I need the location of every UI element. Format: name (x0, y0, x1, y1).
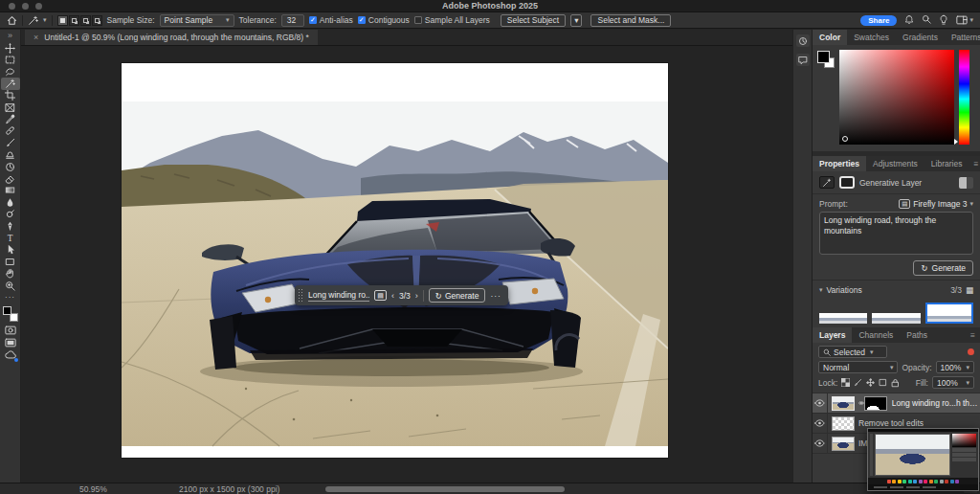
color-cursor[interactable] (842, 136, 848, 142)
workspace-icon[interactable]: ▾ (956, 15, 973, 25)
lightbulb-icon[interactable] (939, 14, 948, 27)
fill-input[interactable]: 100% ▾ (932, 376, 974, 389)
tool-edit-toolbar[interactable]: ··· (1, 291, 20, 303)
tool-history-brush[interactable] (1, 161, 20, 172)
tool-gradient[interactable] (1, 185, 20, 196)
previous-variation-icon[interactable]: ‹ (391, 291, 394, 301)
contextual-task-bar[interactable]: Long winding ro... ▤ ‹ 3/3 › ↻ Generate … (295, 285, 508, 305)
tab-patterns[interactable]: Patterns (945, 30, 980, 45)
tool-type[interactable]: T (1, 232, 20, 243)
tolerance-input[interactable]: 32 (281, 14, 304, 27)
add-selection-mode[interactable] (69, 15, 79, 26)
magic-wand-tool-icon[interactable] (28, 15, 38, 26)
visibility-eye-icon[interactable] (813, 434, 828, 453)
tool-path-selection[interactable] (1, 244, 20, 256)
tab-swatches[interactable]: Swatches (847, 30, 896, 45)
sample-all-layers-checkbox[interactable] (414, 16, 422, 24)
filter-toggle-indicator[interactable] (968, 348, 974, 355)
tab-paths[interactable]: Paths (900, 327, 934, 343)
lock-artboard-icon[interactable] (879, 378, 887, 387)
hue-slider[interactable] (959, 50, 969, 145)
tool-dodge[interactable] (1, 208, 20, 219)
tool-preset-chevron[interactable]: ▾ (43, 16, 47, 24)
tool-crop[interactable] (1, 90, 20, 101)
blend-mode-select[interactable]: Normal ▾ (818, 361, 898, 373)
horizontal-scrollbar[interactable] (325, 486, 565, 492)
new-selection-mode[interactable] (57, 15, 68, 26)
layer-thumbnail[interactable] (832, 416, 855, 431)
more-options-icon[interactable]: ··· (490, 291, 501, 301)
lock-position-icon[interactable] (866, 378, 875, 387)
tab-channels[interactable]: Channels (852, 327, 900, 343)
next-variation-icon[interactable]: › (415, 291, 418, 301)
layer-filter-select[interactable]: Selected ▾ (818, 346, 887, 358)
layer-name[interactable]: Remove tool edits (858, 418, 924, 428)
lock-all-icon[interactable] (891, 378, 900, 388)
zoom-level[interactable]: 50.95% (79, 484, 107, 494)
variation-thumb-2[interactable] (872, 313, 920, 324)
tool-eyedropper[interactable] (1, 113, 20, 124)
tool-frame[interactable] (1, 101, 20, 113)
select-and-mask-button[interactable]: Select and Mask... (590, 14, 671, 27)
layer-mask-badge-icon[interactable] (959, 177, 973, 189)
saturation-brightness-field[interactable] (839, 50, 954, 145)
hue-slider-marker[interactable] (954, 139, 958, 145)
select-subject-chevron[interactable]: ▾ (570, 14, 582, 27)
document-canvas[interactable] (122, 63, 668, 458)
share-button[interactable]: Share (860, 15, 897, 26)
contiguous-checkbox[interactable]: ✓ (358, 16, 366, 24)
tab-libraries[interactable]: Libraries (924, 156, 969, 171)
generate-button[interactable]: ↻ Generate (429, 288, 486, 303)
chevron-down-icon[interactable]: ▾ (819, 286, 823, 294)
panel-menu-icon[interactable]: ≡ (966, 327, 980, 343)
layer-mask-thumbnail[interactable] (864, 396, 887, 411)
collapse-tools-icon[interactable]: » (8, 30, 12, 42)
close-tab-icon[interactable]: × (33, 33, 38, 42)
lock-transparency-icon[interactable] (841, 378, 850, 387)
tool-pen[interactable] (1, 220, 20, 232)
foreground-color-swatch[interactable] (3, 306, 11, 315)
creative-cloud-icon[interactable] (4, 350, 17, 361)
bell-icon[interactable] (904, 14, 914, 27)
screen-mode-icon[interactable] (4, 338, 17, 348)
home-icon[interactable] (7, 15, 17, 26)
tool-lasso[interactable] (1, 66, 20, 78)
tool-hand[interactable] (1, 267, 20, 279)
variation-thumb-3-selected[interactable] (925, 303, 973, 324)
panel-menu-icon[interactable]: ≡ (969, 156, 980, 171)
history-icon[interactable] (796, 34, 810, 47)
subtract-selection-mode[interactable] (80, 15, 91, 26)
comments-icon[interactable] (796, 54, 810, 66)
layer-thumbnail[interactable] (832, 396, 855, 411)
search-icon[interactable] (922, 14, 931, 26)
intersect-selection-mode[interactable] (92, 15, 102, 26)
layer-row-generative[interactable]: Long winding ro...h the mountains (813, 393, 980, 414)
select-subject-button[interactable]: Select Subject (501, 14, 566, 27)
tool-magic-wand[interactable] (1, 78, 20, 89)
tool-rectangle[interactable] (1, 256, 20, 267)
visibility-eye-icon[interactable] (813, 393, 828, 413)
prompt-textarea[interactable]: Long winding road, through the mountains (819, 212, 973, 255)
tool-blur[interactable] (1, 196, 20, 208)
opacity-input[interactable]: 100% ▾ (936, 361, 974, 373)
foreground-color-swatch-panel[interactable] (817, 51, 830, 63)
tab-gradients[interactable]: Gradients (896, 30, 945, 45)
tool-brush[interactable] (1, 137, 20, 148)
visibility-eye-icon[interactable] (813, 414, 828, 433)
tool-clone-stamp[interactable] (1, 149, 20, 161)
tool-spot-healing-brush[interactable] (1, 125, 20, 137)
tab-adjustments[interactable]: Adjustments (866, 156, 924, 171)
variation-thumb-1[interactable] (819, 313, 867, 324)
maximize-window-button[interactable] (35, 3, 42, 10)
tool-move[interactable] (1, 42, 20, 54)
drag-handle[interactable] (299, 289, 303, 302)
close-window-button[interactable] (9, 3, 15, 10)
generate-button-panel[interactable]: ↻ Generate (913, 260, 973, 276)
sample-size-select[interactable]: Point Sample ▾ (160, 14, 234, 27)
anti-alias-checkbox[interactable]: ✓ (309, 16, 317, 24)
tool-eraser[interactable] (1, 172, 20, 184)
grid-view-icon[interactable]: ▦ (966, 285, 973, 295)
quick-mask-icon[interactable] (4, 326, 17, 336)
tab-color[interactable]: Color (813, 30, 847, 45)
lock-pixels-icon[interactable] (854, 378, 862, 387)
